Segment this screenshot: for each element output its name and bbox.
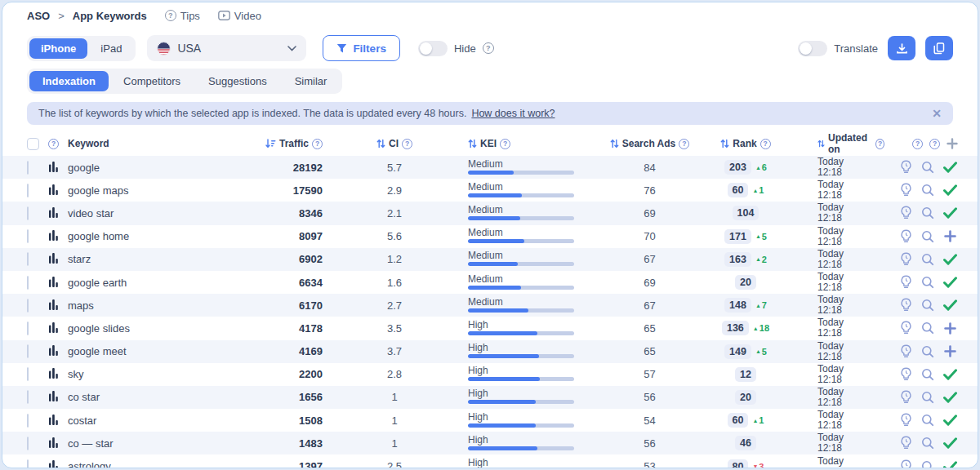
bulb-button[interactable] <box>898 182 914 198</box>
row-checkbox[interactable] <box>27 161 29 175</box>
tracked-keyword-button[interactable] <box>942 297 958 313</box>
download-button[interactable] <box>888 36 915 60</box>
kei-help-icon[interactable]: ? <box>500 139 510 149</box>
row-checkbox[interactable] <box>27 321 29 335</box>
breadcrumb-root[interactable]: ASO <box>27 10 50 22</box>
bulb-button[interactable] <box>898 228 914 245</box>
keyword-cell[interactable]: co star <box>68 391 239 403</box>
keyword-cell[interactable]: maps <box>68 299 239 312</box>
keyword-help-icon[interactable]: ? <box>48 139 59 149</box>
bulb-button[interactable] <box>898 251 914 268</box>
tracked-keyword-button[interactable] <box>942 182 958 198</box>
search-button[interactable] <box>920 297 936 313</box>
bulb-button[interactable] <box>898 366 914 383</box>
row-checkbox[interactable] <box>27 299 29 313</box>
search-button[interactable] <box>920 274 936 290</box>
search-button[interactable] <box>920 435 936 451</box>
bulb-button[interactable] <box>898 205 914 221</box>
col-kei-header[interactable]: KEI ? <box>452 138 603 149</box>
search-button[interactable] <box>920 159 936 175</box>
how-does-it-work-link[interactable]: How does it work? <box>471 108 555 119</box>
hide-toggle[interactable] <box>418 41 448 56</box>
tracked-keyword-button[interactable] <box>942 459 958 468</box>
col-traffic-header[interactable]: Traffic ? <box>239 138 337 149</box>
search-button[interactable] <box>920 182 936 198</box>
add-column-icon[interactable] <box>947 138 958 149</box>
select-all-checkbox[interactable] <box>27 138 39 150</box>
row-checkbox[interactable] <box>27 390 29 404</box>
search-button[interactable] <box>920 320 936 336</box>
device-tab-ipad[interactable]: iPad <box>89 38 133 59</box>
actions-help-icon-2[interactable]: ? <box>929 139 940 149</box>
rank-help-icon[interactable]: ? <box>760 139 771 149</box>
bulb-button[interactable] <box>898 435 914 451</box>
tab-competitors[interactable]: Competitors <box>110 71 194 91</box>
search-button[interactable] <box>920 344 936 360</box>
keyword-cell[interactable]: google earth <box>68 277 239 289</box>
bulb-button[interactable] <box>898 389 914 406</box>
keyword-cell[interactable]: starz <box>68 253 239 265</box>
search-button[interactable] <box>920 366 936 383</box>
ci-help-icon[interactable]: ? <box>402 139 412 149</box>
search-button[interactable] <box>920 412 936 428</box>
row-checkbox[interactable] <box>27 206 29 220</box>
tab-indexation[interactable]: Indexation <box>29 71 109 91</box>
video-link[interactable]: Video <box>218 10 261 22</box>
keyword-cell[interactable]: google home <box>68 230 239 242</box>
add-keyword-button[interactable] <box>942 228 958 245</box>
country-select[interactable]: USA <box>147 35 306 61</box>
col-ci-header[interactable]: CI ? <box>337 138 452 149</box>
bulb-button[interactable] <box>898 297 914 313</box>
search-button[interactable] <box>920 459 936 468</box>
col-keyword[interactable]: Keyword <box>68 138 109 149</box>
add-keyword-button[interactable] <box>942 320 958 336</box>
bulb-button[interactable] <box>898 459 914 468</box>
copy-button[interactable] <box>925 36 953 60</box>
translate-toggle[interactable] <box>798 41 827 56</box>
bulb-button[interactable] <box>898 320 914 336</box>
keyword-cell[interactable]: astrology <box>68 460 239 468</box>
search-ads-help-icon[interactable]: ? <box>679 139 689 149</box>
row-checkbox[interactable] <box>27 437 29 450</box>
search-button[interactable] <box>920 205 936 221</box>
device-tab-iphone[interactable]: iPhone <box>29 38 87 59</box>
tracked-keyword-button[interactable] <box>942 366 958 383</box>
bulb-button[interactable] <box>898 344 914 360</box>
keyword-cell[interactable]: sky <box>68 368 239 380</box>
tracked-keyword-button[interactable] <box>942 205 958 221</box>
tracked-keyword-button[interactable] <box>942 389 958 406</box>
updated-help-icon[interactable]: ? <box>875 139 884 149</box>
tracked-keyword-button[interactable] <box>942 251 958 268</box>
col-updated-header[interactable]: Updated on ? <box>795 132 884 155</box>
row-checkbox[interactable] <box>27 276 29 290</box>
tab-similar[interactable]: Similar <box>282 71 341 91</box>
row-checkbox[interactable] <box>27 252 29 266</box>
search-button[interactable] <box>920 251 936 268</box>
keyword-cell[interactable]: google meet <box>68 345 239 357</box>
banner-close-icon[interactable]: ✕ <box>932 108 942 119</box>
keyword-cell[interactable]: costar <box>68 415 239 427</box>
keyword-cell[interactable]: video star <box>68 207 239 219</box>
row-checkbox[interactable] <box>27 229 29 243</box>
bulb-button[interactable] <box>898 412 914 428</box>
search-button[interactable] <box>920 228 936 245</box>
hide-help-icon[interactable]: ? <box>483 42 494 54</box>
search-button[interactable] <box>920 389 936 406</box>
col-rank-header[interactable]: Rank ? <box>697 138 795 149</box>
row-checkbox[interactable] <box>27 459 29 468</box>
add-keyword-button[interactable] <box>942 344 958 360</box>
col-search-ads-header[interactable]: Search Ads ? <box>603 138 697 149</box>
tracked-keyword-button[interactable] <box>942 412 958 428</box>
tracked-keyword-button[interactable] <box>942 274 958 290</box>
row-checkbox[interactable] <box>27 344 29 358</box>
tips-link[interactable]: ? Tips <box>165 10 200 22</box>
row-checkbox[interactable] <box>27 414 29 428</box>
keyword-cell[interactable]: co — star <box>68 437 239 450</box>
actions-help-icon-1[interactable]: ? <box>912 139 923 149</box>
row-checkbox[interactable] <box>27 367 29 381</box>
keyword-cell[interactable]: google maps <box>68 184 239 197</box>
tracked-keyword-button[interactable] <box>942 159 958 175</box>
keyword-cell[interactable]: google slides <box>68 322 239 335</box>
traffic-help-icon[interactable]: ? <box>312 139 323 149</box>
row-checkbox[interactable] <box>27 184 29 197</box>
